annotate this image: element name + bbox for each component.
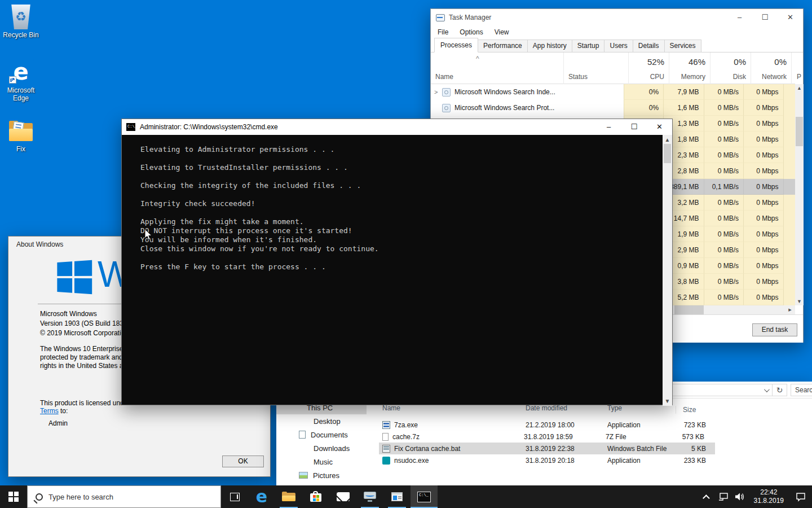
scroll-down-arrow[interactable]: ▼ (795, 299, 804, 304)
end-task-button[interactable]: End task (752, 323, 797, 336)
sidebar-item[interactable]: Music (276, 455, 367, 468)
menu-item[interactable]: Options (460, 28, 483, 36)
header-network[interactable]: 0% Network (751, 52, 791, 84)
header-memory[interactable]: 46% Memory (669, 52, 710, 84)
start-button[interactable] (0, 485, 27, 508)
file-date: 21.2.2019 18:00 (526, 421, 607, 429)
about-licensee: Admin (48, 419, 68, 427)
task-view-icon (230, 493, 240, 501)
file-date: 31.8.2019 22:38 (526, 445, 607, 453)
taskbar-search-box[interactable]: Type here to search (27, 485, 221, 508)
file-row[interactable]: cache.7z 31.8.2019 18:59 7Z File 573 KB (379, 431, 715, 443)
sidebar-item-icon (299, 444, 308, 452)
volume-tray-button[interactable] (731, 485, 748, 508)
process-disk: 0,1 MB/s (704, 179, 743, 195)
sidebar-item[interactable]: Desktop (276, 414, 367, 428)
process-disk: 0 MB/s (704, 258, 743, 274)
cmd-title: Administrator: C:\Windows\system32\cmd.e… (140, 123, 278, 131)
tab[interactable]: Startup (572, 40, 605, 52)
task-view-button[interactable] (221, 485, 248, 508)
sidebar-item[interactable]: Pictures (276, 468, 367, 482)
tab[interactable]: Details (633, 40, 665, 52)
process-row[interactable]: > Microsoft Windows Search Inde... 0% 7,… (431, 84, 795, 100)
scrollbar-thumb[interactable] (674, 305, 704, 314)
taskbar-task-manager-button[interactable] (356, 485, 383, 508)
taskbar-mail-button[interactable] (329, 485, 356, 508)
console-line: Integrity check succeeded! (140, 199, 663, 208)
close-button[interactable]: ✕ (778, 9, 803, 25)
taskbar-edge-button[interactable]: e (248, 485, 275, 508)
action-center-icon (796, 492, 806, 502)
taskbar-explorer-button[interactable] (275, 485, 302, 508)
search-input[interactable]: Searc (791, 384, 812, 396)
taskbar-clock[interactable]: 22:42 31.8.2019 (748, 488, 789, 505)
tab[interactable]: App history (527, 40, 572, 52)
cmd-icon: C:\_ (417, 492, 431, 502)
scroll-up-arrow[interactable]: ▲ (795, 85, 804, 91)
file-type: 7Z File (606, 433, 674, 441)
process-memory: 7,9 MB (663, 84, 703, 100)
minimize-button[interactable]: – (727, 9, 752, 25)
process-icon (442, 104, 451, 112)
desktop-icon-recycle-bin[interactable]: ♻ Recycle Bin (0, 5, 42, 39)
scroll-down-arrow[interactable]: ▼ (663, 398, 672, 404)
scrollbar-thumb[interactable] (796, 117, 803, 146)
taskbar-about-window-button[interactable] (383, 485, 411, 508)
sidebar-item[interactable]: Documents (276, 428, 367, 441)
file-date: 31.8.2019 20:18 (526, 457, 607, 465)
process-network: 0 Mbps (743, 116, 783, 132)
tab[interactable]: Users (604, 40, 633, 52)
file-date: 31.8.2019 18:59 (524, 433, 606, 441)
file-row[interactable]: nsudoc.exe 31.8.2019 20:18 Application 2… (379, 454, 715, 466)
file-row[interactable]: Fix Cortana cache.bat 31.8.2019 22:38 Wi… (379, 443, 715, 454)
close-button[interactable]: ✕ (647, 119, 672, 135)
desktop-icon-edge[interactable]: e Microsoft Edge (0, 59, 42, 102)
menu-item[interactable]: View (495, 28, 509, 36)
scroll-up-arrow[interactable]: ▲ (663, 137, 672, 143)
task-manager-icon (364, 492, 376, 502)
menu-item[interactable]: File (438, 28, 448, 36)
header-status[interactable]: Status (563, 52, 628, 84)
ok-button[interactable]: OK (222, 456, 264, 467)
header-name[interactable]: ^ Name (431, 52, 563, 84)
terms-link[interactable]: Terms (40, 407, 59, 415)
sort-ascending-icon: ^ (476, 55, 479, 63)
chevron-down-icon[interactable] (764, 387, 770, 392)
tab[interactable]: Processes (434, 38, 478, 52)
minimize-button[interactable]: – (596, 119, 621, 135)
refresh-button[interactable]: ↻ (773, 384, 787, 396)
scrollbar-thumb[interactable] (664, 144, 671, 163)
window-controls: – ☐ ✕ (727, 9, 803, 25)
maximize-button[interactable]: ☐ (752, 9, 778, 25)
cmd-scrollbar[interactable]: ▲ ▼ (663, 135, 672, 406)
maximize-button[interactable]: ☐ (621, 119, 647, 135)
console-line: Elevating to Administrator permissions .… (140, 145, 663, 154)
console-output[interactable]: Elevating to Administrator permissions .… (122, 135, 663, 406)
action-center-button[interactable] (789, 485, 812, 508)
column-size[interactable]: Size (676, 406, 696, 414)
sidebar-item[interactable]: Downloads (276, 441, 367, 455)
header-next-column-partial[interactable]: P (791, 52, 804, 84)
console-line: Press the F key to start the process . .… (140, 262, 663, 271)
header-disk[interactable]: 0% Disk (710, 52, 751, 84)
tray-expand-button[interactable] (700, 485, 716, 508)
file-row[interactable]: 7za.exe 21.2.2019 18:00 Application 723 … (379, 419, 715, 431)
process-network: 0 Mbps (743, 179, 783, 195)
scroll-right-arrow[interactable]: ▸ (786, 305, 794, 314)
taskbar-store-button[interactable] (302, 485, 329, 508)
file-type: Application (607, 457, 676, 465)
taskbar-cmd-button[interactable]: C:\_ (411, 485, 438, 508)
process-network: 0 Mbps (743, 274, 783, 290)
process-network: 0 Mbps (743, 100, 783, 116)
header-cpu[interactable]: 52% CPU (628, 52, 669, 84)
tab[interactable]: Services (664, 40, 701, 52)
expand-chevron-icon[interactable]: > (434, 89, 441, 95)
ethernet-icon (718, 492, 729, 501)
tab[interactable]: Performance (478, 40, 528, 52)
vertical-scrollbar[interactable]: ▲ ▼ (795, 84, 804, 305)
desktop-icon-fix[interactable]: Fix (0, 121, 42, 153)
network-tray-button[interactable] (716, 485, 731, 508)
process-memory: 1,6 MB (663, 100, 703, 116)
edge-icon: e (256, 488, 267, 505)
process-row[interactable]: > Microsoft Windows Search Prot... 0% 1,… (431, 100, 795, 116)
